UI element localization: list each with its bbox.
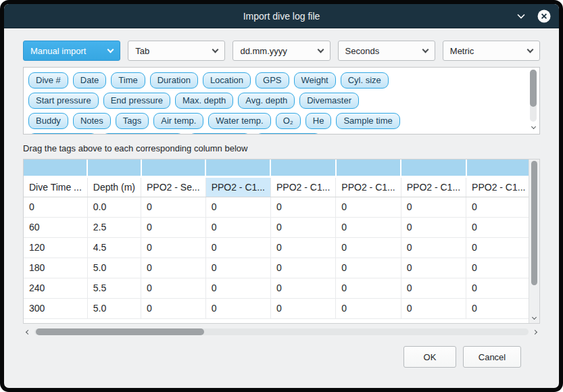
import-options-row: Manual import Tab dd.mm.yyyy Seconds Met… (23, 41, 540, 61)
drag-tag[interactable]: Dive # (28, 72, 68, 89)
import-dialog: Import dive log file (4, 4, 559, 388)
drop-target-cell[interactable] (336, 160, 401, 176)
drop-target-cell[interactable] (24, 160, 87, 176)
table-cell: 0 (270, 217, 335, 237)
drop-target-cell[interactable] (205, 160, 270, 176)
field-separator-value: Tab (135, 46, 213, 56)
table-cell: 0 (270, 278, 335, 298)
column-header[interactable]: PPO2 - C1... (336, 176, 401, 197)
table-cell: 4.5 (87, 237, 141, 258)
drag-tag[interactable]: Water temp. (208, 113, 270, 129)
drag-tag[interactable]: He (305, 113, 332, 129)
scrollbar-thumb[interactable] (530, 70, 537, 107)
column-header[interactable]: PPO2 - C1... (466, 176, 529, 197)
titlebar[interactable]: Import dive log file (4, 4, 559, 28)
tag-row: Sample depthSample pressureSample pO₂Sam… (28, 133, 523, 134)
chevron-down-icon (527, 47, 534, 53)
drag-tag[interactable]: Tags (116, 113, 149, 129)
drag-tag[interactable]: Location (203, 72, 251, 89)
import-type-combo[interactable]: Manual import (23, 41, 120, 61)
drag-tag[interactable]: O₂ (276, 113, 301, 129)
drag-tag[interactable]: Divemaster (299, 93, 359, 109)
import-type-value: Manual import (30, 46, 108, 56)
date-format-combo[interactable]: dd.mm.yyyy (232, 41, 330, 61)
drag-tag[interactable]: Start pressure (28, 93, 99, 109)
drag-tag[interactable]: Max. depth (175, 93, 233, 109)
table-cell: 0 (336, 237, 401, 258)
tag-area-scrollbar[interactable] (529, 69, 538, 132)
table-cell: 0 (205, 217, 270, 237)
column-header[interactable]: PPO2 - C1... (401, 176, 466, 197)
field-separator-combo[interactable]: Tab (128, 41, 225, 61)
ok-button[interactable]: OK (403, 346, 456, 368)
column-header[interactable]: Depth (m) (87, 176, 141, 197)
units-system-combo[interactable]: Metric (443, 41, 540, 61)
scroll-left-arrow[interactable] (25, 330, 30, 334)
drag-tag[interactable]: Sample time (336, 113, 399, 129)
dialog-footer: OK Cancel (23, 337, 540, 368)
table-horizontal-scrollbar[interactable] (23, 327, 540, 337)
cancel-button[interactable]: Cancel (463, 346, 521, 368)
window-close-button[interactable] (537, 9, 551, 23)
time-units-combo[interactable]: Seconds (338, 41, 435, 61)
drag-tag[interactable]: Air temp. (153, 113, 203, 129)
table-cell: 0 (466, 237, 529, 258)
table-cell: 2.5 (87, 217, 141, 237)
scroll-down-arrow[interactable] (529, 124, 538, 132)
column-header[interactable]: PPO2 - Se... (141, 176, 206, 197)
time-units-value: Seconds (345, 46, 423, 56)
drop-target-cell[interactable] (87, 160, 141, 176)
drop-target-cell[interactable] (466, 160, 529, 176)
table-row: 00.0000000 (24, 197, 529, 217)
drag-tag[interactable]: Duration (150, 72, 198, 89)
table-cell: 0 (205, 197, 270, 217)
chevron-down-icon (532, 315, 537, 320)
window-title: Import dive log file (4, 11, 559, 22)
dialog-body: Manual import Tab dd.mm.yyyy Seconds Met… (4, 28, 559, 388)
table-cell: 0 (401, 278, 466, 298)
table-vertical-scrollbar[interactable] (529, 160, 539, 323)
drag-tag[interactable]: Avg. depth (238, 93, 295, 109)
drop-target-cell[interactable] (401, 160, 466, 176)
table-cell: 0 (141, 278, 206, 298)
column-header[interactable]: PPO2 - C1... (205, 176, 270, 197)
drag-tag[interactable]: Sample depth (28, 133, 97, 134)
drag-tag[interactable]: Cyl. size (341, 72, 389, 89)
preview-table-body: 00.0000000602.50000001204.50000001805.00… (24, 197, 529, 318)
drag-tag[interactable]: Sample pO₂ (189, 133, 251, 134)
table-cell: 120 (24, 237, 87, 258)
drag-tag[interactable]: Weight (294, 72, 336, 89)
table-cell: 0.0 (87, 197, 141, 217)
tag-area: Dive #DateTimeDurationLocationGPSWeightC… (23, 67, 540, 134)
table-cell: 60 (24, 217, 87, 237)
drag-tag[interactable]: Date (73, 72, 106, 89)
scrollbar-thumb[interactable] (531, 161, 537, 285)
scroll-down-arrow[interactable] (529, 314, 539, 322)
column-header[interactable]: PPO2 - C1... (270, 176, 335, 197)
table-row: 1204.5000000 (24, 237, 529, 258)
table-cell: 240 (24, 278, 87, 298)
column-header[interactable]: Dive Time ... (24, 176, 87, 197)
drop-target-cell[interactable] (141, 160, 206, 176)
table-row: 602.5000000 (24, 217, 529, 237)
window-shade-button[interactable] (516, 11, 527, 21)
drag-tag[interactable]: Buddy (28, 113, 68, 129)
drag-tag[interactable]: GPS (255, 72, 289, 89)
scrollbar-thumb[interactable] (36, 328, 204, 335)
drag-tag[interactable]: Time (111, 72, 145, 89)
scroll-right-arrow[interactable] (533, 330, 538, 334)
table-cell: 0 (205, 258, 270, 278)
drag-tag[interactable]: Sample CNS (255, 133, 321, 134)
scrollbar-track[interactable] (34, 328, 529, 335)
drag-tag[interactable]: Notes (73, 113, 111, 129)
drag-tag[interactable]: Sample pressure (102, 133, 183, 134)
chevron-down-icon (422, 47, 429, 53)
table-cell: 5.0 (87, 258, 141, 278)
drop-target-cell[interactable] (270, 160, 335, 176)
scrollbar-track[interactable] (530, 70, 537, 122)
table-cell: 5.0 (87, 298, 141, 318)
drag-tag[interactable]: End pressure (103, 93, 170, 109)
chevron-down-icon (516, 11, 527, 21)
chevron-down-icon (212, 47, 219, 53)
table-cell: 5.5 (87, 278, 141, 298)
